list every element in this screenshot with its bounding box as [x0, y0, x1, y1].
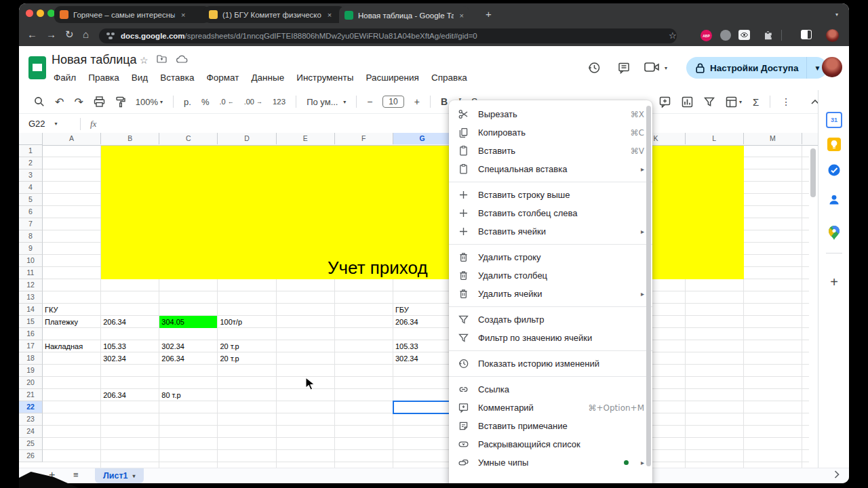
menu-item-copy[interactable]: Копировать⌘C [449, 123, 652, 142]
cell-B18[interactable]: 302.34 [101, 352, 159, 365]
format-percent-button[interactable]: % [201, 97, 210, 107]
cloud-saved-icon[interactable] [176, 55, 188, 63]
cell-G15[interactable]: 206.34 [393, 316, 451, 328]
menu-вид[interactable]: Вид [127, 70, 153, 85]
row-header-19[interactable]: 19 [19, 365, 43, 377]
menu-данные[interactable]: Данные [246, 70, 289, 85]
row-header-4[interactable]: 4 [19, 182, 43, 194]
forward-icon[interactable]: → [46, 28, 56, 40]
cell-A17[interactable]: Накладная [43, 340, 100, 352]
menu-item-comment[interactable]: Комментарий⌘+Option+M [449, 399, 652, 417]
paint-format-icon[interactable] [115, 96, 125, 108]
menu-справка[interactable]: Справка [427, 70, 472, 85]
menu-файл[interactable]: Файл [49, 70, 81, 85]
tab-pikabu[interactable]: Горячее – самые интересны× [54, 6, 210, 23]
row-header-18[interactable]: 18 [19, 352, 43, 365]
contacts-icon[interactable] [827, 193, 841, 207]
bookmark-star-icon[interactable]: ☆ [669, 30, 677, 41]
tab-close-icon[interactable]: × [460, 12, 464, 20]
cell-B15[interactable]: 206.34 [101, 316, 159, 328]
document-title[interactable]: Новая таблица [52, 53, 137, 67]
row-header-1[interactable]: 1 [19, 145, 43, 157]
menu-item-delete-row[interactable]: Удалить строку [449, 248, 652, 266]
meet-camera-icon[interactable] [644, 61, 660, 73]
row-header-6[interactable]: 6 [19, 206, 43, 218]
cell-B17[interactable]: 105.33 [101, 340, 159, 352]
print-icon[interactable] [94, 96, 105, 107]
menu-вставка[interactable]: Вставка [155, 70, 199, 85]
comments-icon[interactable] [617, 61, 631, 75]
row-header-8[interactable]: 8 [19, 230, 43, 243]
cell-G17[interactable]: 105.33 [393, 340, 451, 352]
redo-icon[interactable]: ↷ [74, 96, 83, 108]
side-panel-add-icon[interactable]: + [830, 274, 838, 290]
account-avatar[interactable] [822, 57, 842, 77]
eye-extension-icon[interactable] [738, 30, 750, 40]
menu-item-insert-row-above[interactable]: Вставить строку выше [449, 186, 652, 204]
cell-A14[interactable]: ГКУ [43, 304, 100, 316]
decrease-font-size-button[interactable]: − [367, 96, 372, 107]
window-close-button[interactable] [26, 9, 33, 17]
window-minimize-button[interactable] [37, 9, 44, 17]
context-menu-scrollbar[interactable] [646, 106, 651, 466]
sheets-logo-icon[interactable] [28, 56, 46, 79]
column-header-F[interactable]: F [335, 133, 393, 144]
extensions-puzzle-icon[interactable] [763, 30, 773, 40]
row-header-3[interactable]: 3 [19, 169, 43, 182]
row-header-2[interactable]: 2 [19, 157, 43, 169]
spreadsheet-grid[interactable]: Учет приход ABCDEFGHIJKLM 12345678910111… [19, 133, 818, 468]
row-header-16[interactable]: 16 [19, 328, 43, 340]
maps-icon[interactable] [829, 226, 840, 240]
reload-icon[interactable]: ↻ [65, 28, 74, 41]
name-box[interactable]: G22 ▾ [19, 119, 80, 129]
name-box-caret-icon[interactable]: ▾ [55, 121, 58, 127]
zoom-select[interactable]: 100%▾ [136, 97, 163, 107]
column-header-B[interactable]: B [101, 133, 159, 144]
create-filter-icon[interactable] [704, 97, 715, 107]
row-header-23[interactable]: 23 [19, 413, 43, 426]
cell-B21[interactable]: 206.34 [101, 389, 159, 401]
increase-decimal-button[interactable]: .00→ [244, 98, 262, 106]
cell-D15[interactable]: 100т/р [218, 316, 275, 328]
menu-item-delete-cells[interactable]: Удалить ячейки▸ [449, 285, 652, 303]
column-header-E[interactable]: E [277, 133, 335, 144]
row-header-17[interactable]: 17 [19, 340, 43, 352]
tasks-icon[interactable] [827, 163, 841, 177]
functions-sum-button[interactable]: Σ [753, 96, 759, 108]
insert-chart-icon[interactable] [682, 96, 693, 108]
browser-profile-avatar[interactable] [826, 29, 839, 42]
cell-C21[interactable]: 80 т.р [159, 389, 217, 401]
more-formats-button[interactable]: 123 [273, 98, 285, 106]
row-header-9[interactable]: 9 [19, 243, 43, 255]
row-header-15[interactable]: 15 [19, 316, 43, 328]
menu-item-paste-special[interactable]: Специальная вставка▸ [449, 160, 652, 178]
menu-item-filter-by-cell-value[interactable]: Фильтр по значению ячейки [449, 329, 652, 347]
move-to-folder-icon[interactable] [157, 55, 167, 63]
row-header-5[interactable]: 5 [19, 194, 43, 206]
cell-G18[interactable]: 302.34 [393, 352, 451, 365]
insert-comment-icon[interactable] [659, 96, 671, 108]
column-header-L[interactable]: L [686, 133, 744, 144]
cell-C17[interactable]: 302.34 [159, 340, 217, 352]
row-header-14[interactable]: 14 [19, 304, 43, 316]
menu-расширения[interactable]: Расширения [361, 70, 424, 85]
address-bar[interactable]: docs.google.com/spreadsheets/d/1nncqGdIF… [99, 28, 677, 43]
row-header-22[interactable]: 22 [19, 401, 43, 413]
cell-D17[interactable]: 20 т.р [218, 340, 275, 352]
new-tab-button[interactable]: + [486, 8, 492, 20]
adblock-extension-icon[interactable]: ABP [701, 30, 712, 41]
column-header-M[interactable]: M [744, 133, 802, 144]
version-history-icon[interactable] [587, 61, 601, 75]
tab-close-icon[interactable]: × [328, 11, 332, 19]
column-header-G[interactable]: G [393, 133, 452, 144]
cell-G14[interactable]: ГБУ [393, 304, 451, 316]
undo-icon[interactable]: ↶ [55, 96, 64, 108]
cell-C15[interactable]: 304.05 [159, 316, 217, 328]
font-size-input[interactable]: 10 [382, 96, 403, 108]
tab-sheets[interactable]: Новая таблица - Google Таб× [339, 6, 469, 24]
menu-item-paste[interactable]: Вставить⌘V [449, 142, 652, 160]
font-select[interactable]: По ум...▾ [307, 97, 346, 107]
increase-font-size-button[interactable]: + [414, 96, 420, 107]
site-info-icon[interactable] [106, 32, 115, 40]
sheet-tab-active[interactable]: Лист1 ▾ [95, 468, 144, 483]
